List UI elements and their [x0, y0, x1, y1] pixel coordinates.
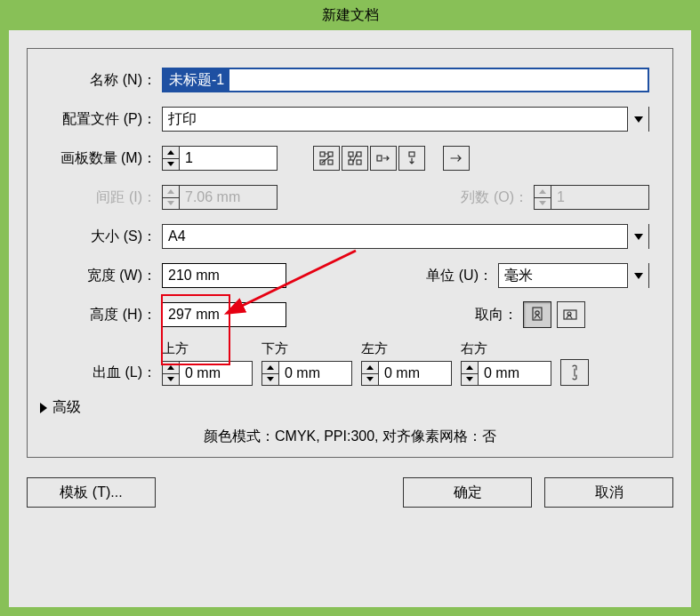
- orient-portrait-icon[interactable]: [523, 301, 551, 328]
- artboards-spinner[interactable]: [162, 146, 278, 171]
- cancel-button[interactable]: 取消: [544, 477, 673, 508]
- cols-value: [551, 185, 649, 210]
- grid-layout-n-icon[interactable]: [342, 146, 368, 171]
- svg-rect-0: [320, 152, 325, 156]
- artboards-value[interactable]: [180, 146, 278, 171]
- link-bleed-icon[interactable]: [560, 359, 589, 386]
- svg-rect-4: [349, 152, 353, 156]
- svg-rect-9: [409, 152, 414, 156]
- bleed-left-label: 左方: [361, 340, 452, 357]
- bleed-right-label: 右方: [461, 340, 551, 357]
- spacing-value: [180, 185, 278, 210]
- name-input[interactable]: 未标题-1: [164, 69, 229, 91]
- orient-label: 取向：: [475, 306, 523, 324]
- window-title: 新建文档: [0, 0, 700, 30]
- chevron-right-icon: [40, 403, 47, 413]
- units-value: 毫米: [499, 267, 627, 285]
- units-select[interactable]: 毫米: [498, 263, 649, 288]
- templates-button[interactable]: 模板 (T)...: [27, 477, 156, 508]
- spacing-label: 间距 (I)：: [51, 188, 162, 207]
- bleed-bottom-spinner[interactable]: [261, 361, 352, 386]
- size-label: 大小 (S)：: [51, 228, 162, 246]
- bleed-right-value[interactable]: [479, 361, 551, 386]
- artboards-label: 画板数量 (M)：: [51, 149, 162, 168]
- profile-value: 打印: [163, 110, 627, 129]
- profile-label: 配置文件 (P)：: [51, 110, 162, 129]
- size-value: A4: [163, 228, 627, 244]
- profile-select[interactable]: 打印: [162, 107, 649, 132]
- row-right-icon[interactable]: [370, 146, 397, 171]
- svg-rect-1: [328, 152, 333, 156]
- bleed-right-spinner[interactable]: [461, 361, 551, 386]
- dialog-body: 名称 (N)： 未标题-1 配置文件 (P)： 打印 画板数量 (M)：: [9, 30, 691, 607]
- bleed-left-spinner[interactable]: [361, 361, 452, 386]
- advanced-label: 高级: [52, 398, 81, 417]
- svg-rect-8: [377, 156, 382, 161]
- svg-rect-5: [357, 152, 361, 156]
- svg-rect-3: [328, 160, 333, 164]
- orient-landscape-icon[interactable]: [557, 301, 585, 328]
- cols-spinner: [534, 185, 649, 210]
- cols-label: 列数 (O)：: [461, 188, 534, 207]
- bleed-label: 出血 (L)：: [51, 364, 162, 386]
- height-label: 高度 (H)：: [51, 306, 162, 324]
- bleed-bottom-value[interactable]: [279, 361, 352, 386]
- grid-layout-z-icon[interactable]: [313, 146, 340, 171]
- size-select[interactable]: A4: [162, 224, 649, 249]
- mode-info: 颜色模式：CMYK, PPI:300, 对齐像素网格：否: [51, 428, 649, 446]
- arrow-ltr-icon[interactable]: [443, 146, 470, 171]
- svg-rect-7: [357, 160, 361, 164]
- spacing-spinner: [162, 185, 278, 210]
- highlight-box: [161, 294, 230, 365]
- col-down-icon[interactable]: [398, 146, 425, 171]
- advanced-expander[interactable]: 高级: [40, 398, 649, 417]
- width-label: 宽度 (W)：: [51, 267, 162, 285]
- bleed-left-value[interactable]: [379, 361, 452, 386]
- ok-button[interactable]: 确定: [403, 477, 532, 508]
- units-label: 单位 (U)：: [426, 267, 498, 285]
- form-panel: 名称 (N)： 未标题-1 配置文件 (P)： 打印 画板数量 (M)：: [27, 48, 673, 458]
- svg-rect-6: [349, 160, 353, 164]
- dropdown-icon[interactable]: [627, 263, 648, 288]
- width-input[interactable]: [162, 263, 286, 288]
- bleed-bottom-label: 下方: [261, 340, 352, 357]
- name-label: 名称 (N)：: [51, 71, 162, 90]
- dropdown-icon[interactable]: [627, 224, 648, 249]
- dropdown-icon[interactable]: [627, 107, 648, 132]
